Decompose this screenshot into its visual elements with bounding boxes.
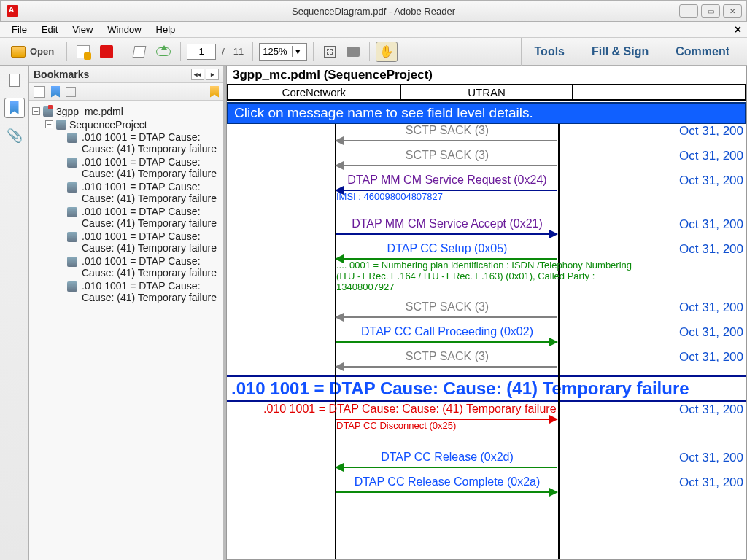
hand-tool-button[interactable]: ✋ [376,42,398,62]
window-close-button[interactable]: ✕ [723,4,742,18]
menu-window[interactable]: Window [100,23,148,36]
message-timestamp: Oct 31, 200 [679,451,743,465]
bookmark-leaf[interactable]: .010 1001 = DTAP Cause: Cause: (41) Temp… [67,230,220,254]
edit-pdf-button[interactable] [129,42,150,62]
bookmark-leaf[interactable]: .010 1001 = DTAP Cause: Cause: (41) Temp… [67,206,220,229]
open-label: Open [30,46,54,57]
message-label[interactable]: .010 1001 = DTAP Cause: Cause: (41) Temp… [263,402,672,416]
menu-file[interactable]: File [4,23,34,36]
bookmark-leaf-label: .010 1001 = DTAP Cause: Cause: (41) Temp… [82,230,220,254]
fill-sign-panel-link[interactable]: Fill & Sign [578,38,662,66]
message-label[interactable]: SCTP SACK (3) [336,300,558,314]
message-label[interactable]: DTAP CC Release (0x2d) [336,451,558,464]
bookmarks-panel: Bookmarks ◂◂ ▸ − 3gpp_mc.pdml − [29,66,226,560]
menubar: File Edit View Window Help × [0,22,747,38]
fit-page-button[interactable] [320,42,340,62]
pencil-icon [133,46,147,58]
create-pdf-button[interactable] [73,42,93,62]
message-arrow [336,140,557,141]
document-page: 3gpp_mc.pdml (SequenceProject) CoreNetwo… [226,66,747,560]
attachments-rail-button[interactable]: 📎 [4,125,25,146]
cloud-button[interactable] [152,42,174,62]
message-row: SCTP SACK (3)Oct 31, 200 [227,300,746,325]
collapse-icon[interactable]: − [45,120,53,128]
lifeline-header-2: UTRAN [401,85,574,99]
delete-bookmark-icon[interactable] [66,87,76,97]
window-title: SequenceDiagram.pdf - Adobe Reader [292,6,455,17]
bookmark-leaf[interactable]: .010 1001 = DTAP Cause: Cause: (41) Temp… [67,156,220,179]
message-label[interactable]: DTAP CC Call Proceeding (0x02) [336,325,558,338]
menu-edit[interactable]: Edit [34,23,65,36]
bookmark-node-icon [43,106,53,117]
document-header: 3gpp_mc.pdml (SequenceProject) [227,66,746,85]
message-detail: IMSI : 460098004807827 [336,191,570,202]
message-arrow [336,366,557,368]
bookmark-leaf-label: .010 1001 = DTAP Cause: Cause: (41) Temp… [82,255,220,279]
bookmark-leaf-label: .010 1001 = DTAP Cause: Cause: (41) Temp… [82,131,220,155]
message-arrow [336,316,557,318]
message-arrow [336,165,557,166]
window-minimize-button[interactable]: — [679,4,698,18]
message-label[interactable]: DTAP MM CM Service Request (0x24) [336,174,558,187]
message-row: DTAP CC Release Complete (0x2a)Oct 31, 2… [227,475,746,500]
message-row: DTAP CC Call Proceeding (0x02)Oct 31, 20… [227,325,746,350]
chevron-down-icon: ▾ [292,46,303,57]
open-button[interactable]: Open [4,42,61,62]
page-number-input[interactable] [187,44,216,60]
bookmark-node-icon [67,257,77,267]
thumbnails-rail-button[interactable] [4,70,25,90]
read-mode-button[interactable] [343,42,363,62]
lifeline-header-3 [573,85,746,99]
message-row: SCTP SACK (3)Oct 31, 200 [227,350,746,375]
fit-icon [324,46,336,58]
bookmark-node-icon [67,232,77,242]
bookmark-project[interactable]: − SequenceProject [45,118,220,131]
bookmark-leaf[interactable]: .010 1001 = DTAP Cause: Cause: (41) Temp… [67,255,220,279]
new-bookmark-icon[interactable] [51,86,60,98]
message-label[interactable]: DTAP CC Release Complete (0x2a) [336,475,558,489]
message-label[interactable]: SCTP SACK (3) [336,350,558,363]
window-maximize-button[interactable]: ▭ [701,4,720,18]
message-label[interactable]: SCTP SACK (3) [336,149,558,162]
message-label[interactable]: DTAP MM CM Service Accept (0x21) [336,217,558,230]
page-total: 11 [233,46,244,57]
bookmark-leaf-label: .010 1001 = DTAP Cause: Cause: (41) Temp… [82,206,220,229]
bookmark-leaf[interactable]: .010 1001 = DTAP Cause: Cause: (41) Temp… [67,131,220,155]
menu-help[interactable]: Help [149,23,183,36]
message-arrow [336,233,557,235]
find-bookmark-icon[interactable] [210,86,219,98]
bookmarks-toolbar [29,83,223,101]
window-titlebar: SequenceDiagram.pdf - Adobe Reader — ▭ ✕ [0,0,747,22]
document-area[interactable]: 3gpp_mc.pdml (SequenceProject) CoreNetwo… [226,66,747,560]
create-pdf-icon [77,45,90,58]
bookmark-root[interactable]: − 3gpp_mc.pdml [32,105,220,118]
message-label[interactable]: DTAP CC Setup (0x05) [336,242,558,255]
convert-pdf-button[interactable] [96,42,117,62]
bookmarks-tree: − 3gpp_mc.pdml − SequenceProject .010 10… [29,101,223,560]
message-row: DTAP CC Release (0x2d)Oct 31, 200 [227,451,746,475]
message-row: SCTP SACK (3)Oct 31, 200 [227,149,746,174]
message-timestamp: Oct 31, 200 [679,300,743,315]
bookmark-node-icon [56,120,66,130]
bookmarks-next-button[interactable]: ▸ [206,69,219,80]
message-row: DTAP MM CM Service Request (0x24)Oct 31,… [227,174,746,217]
tools-panel-link[interactable]: Tools [521,38,578,66]
collapse-icon[interactable]: − [32,107,40,115]
comment-panel-link[interactable]: Comment [662,38,743,66]
zoom-select[interactable]: 125% ▾ [259,43,306,61]
hand-icon: ✋ [379,44,394,58]
bookmarks-options-icon[interactable] [34,86,45,98]
message-timestamp: Oct 31, 200 [679,350,743,365]
document-close-button[interactable]: × [735,23,741,36]
message-label[interactable]: SCTP SACK (3) [336,124,558,137]
menu-view[interactable]: View [65,23,100,36]
convert-pdf-icon [100,45,113,58]
folder-open-icon [11,46,26,58]
lifeline-header-1: CoreNetwork [227,85,401,99]
bookmark-leaf[interactable]: .010 1001 = DTAP Cause: Cause: (41) Temp… [67,181,220,204]
bookmarks-prev-button[interactable]: ◂◂ [191,69,204,80]
bookmark-leaf[interactable]: .010 1001 = DTAP Cause: Cause: (41) Temp… [67,280,220,303]
message-timestamp: Oct 31, 200 [679,174,743,188]
message-arrow [336,491,557,493]
bookmarks-rail-button[interactable] [4,98,25,118]
